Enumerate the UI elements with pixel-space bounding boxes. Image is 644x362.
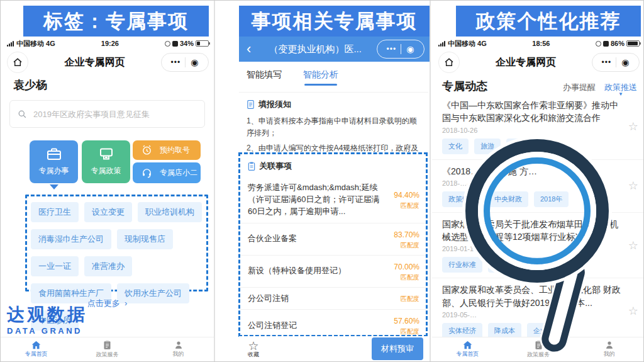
related-name[interactable]: 劳务派遣许可&mdash;&mdash;延续（许可证届满60日之前；许可证届满6… bbox=[248, 182, 387, 218]
action-exclusive-service[interactable]: 专属办事 bbox=[30, 140, 78, 183]
more-icon[interactable]: ••• bbox=[167, 58, 186, 67]
news-tag[interactable]: 文化 bbox=[442, 139, 469, 154]
related-name[interactable]: 合伙企业备案 bbox=[248, 233, 387, 245]
tag-item[interactable]: 一业一证 bbox=[31, 256, 79, 276]
news-title[interactable]: 国家烟草专卖局关于批准发布烟草田间作业机械选型测试规程等12项烟草行业标准的..… bbox=[442, 218, 623, 244]
news-item[interactable]: 国家发展和改革委员会、工业和信息化部 财政部、人民银行关于做好2019年降成本.… bbox=[432, 278, 644, 337]
news-tag[interactable]: 行业标准 bbox=[442, 257, 482, 273]
star-icon[interactable]: ☆ bbox=[628, 239, 638, 252]
tab-policy-service[interactable]: 政策服务 bbox=[72, 337, 143, 361]
tag-item[interactable]: 医疗卫生 bbox=[31, 202, 79, 222]
action-exclusive-assistant[interactable]: 专属店小二 bbox=[133, 162, 201, 183]
related-name[interactable]: 分公司注销 bbox=[248, 293, 387, 305]
page-title: 企业专属网页 bbox=[460, 56, 592, 69]
close-target-icon[interactable]: ◉ bbox=[616, 57, 634, 67]
related-row[interactable]: 合伙企业备案 83.70%匹配度 bbox=[240, 223, 426, 255]
related-name[interactable]: 新设（特种设备使用登记） bbox=[248, 265, 387, 277]
tab-home[interactable]: 专属首页 bbox=[1, 337, 72, 361]
home-icon bbox=[444, 57, 454, 67]
action-appointment-number[interactable]: 预约取号 bbox=[133, 140, 201, 160]
link-label[interactable]: 政策推送 bbox=[604, 82, 637, 92]
related-row[interactable]: 分公司注销 匹配度 bbox=[240, 287, 426, 310]
more-icon[interactable]: ••• bbox=[382, 45, 401, 54]
tab-policy-service[interactable]: 政策服务 bbox=[503, 337, 574, 361]
tag-item[interactable]: 准营准办 bbox=[84, 256, 132, 276]
material-precheck-button[interactable]: 材料预审 bbox=[372, 337, 423, 360]
news-date: 2019-05-… bbox=[442, 311, 623, 319]
match-percent: 83.70% bbox=[394, 230, 419, 239]
close-target-icon[interactable]: ◉ bbox=[186, 57, 203, 67]
action-label: 预约取号 bbox=[160, 145, 190, 156]
match-label: 匹配度 bbox=[387, 327, 419, 336]
tag-item[interactable]: 职业培训机构 bbox=[138, 202, 202, 222]
status-bar: 中国移动 4G 18:56 86% bbox=[438, 38, 640, 48]
home-button[interactable] bbox=[438, 52, 460, 73]
link-policy-push[interactable]: 政策推送 ▼ bbox=[604, 82, 637, 93]
more-label[interactable]: 点击更多 bbox=[87, 298, 120, 308]
exclusive-tags-box: 医疗卫生 设立变更 职业培训机构 消毒湿巾生产公司 现制现售店 一业一证 准营准… bbox=[25, 195, 208, 291]
related-items-box: 关联事项 劳务派遣许可&mdash;&mdash;延续（许可证届满60日之前；许… bbox=[238, 152, 428, 337]
app-header: 企业专属网页 ••• ◉ bbox=[7, 51, 209, 74]
tag-item[interactable]: 现制现售店 bbox=[117, 229, 173, 249]
close-target-icon[interactable]: ◉ bbox=[401, 44, 419, 54]
clock-label: 18:56 bbox=[487, 40, 596, 47]
home-button[interactable] bbox=[7, 52, 28, 73]
related-row[interactable]: 公司注销登记 57.60%匹配度 bbox=[240, 309, 426, 337]
related-row[interactable]: 劳务派遣许可&mdash;&mdash;延续（许可证届满60日之前；许可证届满6… bbox=[240, 177, 426, 223]
news-tag[interactable]: 实体经济 bbox=[442, 323, 482, 337]
star-icon[interactable]: ☆ bbox=[628, 304, 638, 318]
panel3-banner: 政策个性化推荐 bbox=[456, 6, 641, 37]
star-icon[interactable]: ☆ bbox=[248, 340, 258, 352]
tab-home[interactable]: 专属首页 bbox=[432, 337, 503, 361]
tab-mine[interactable]: 我的 bbox=[574, 337, 644, 361]
favorite-button[interactable]: ☆ 收藏 bbox=[248, 340, 259, 358]
news-tag[interactable]: 交流合作 bbox=[506, 139, 547, 154]
tab-smart-fill[interactable]: 智能填写 bbox=[247, 69, 282, 86]
pointer-triangle bbox=[50, 184, 58, 189]
ticket-printer-icon bbox=[99, 148, 114, 161]
headset-icon bbox=[142, 167, 152, 178]
action-label: 专属店小二 bbox=[160, 167, 197, 178]
news-tag[interactable]: 2018年 bbox=[534, 191, 569, 207]
more-icon[interactable]: ••• bbox=[597, 58, 616, 67]
tab-mine[interactable]: 我的 bbox=[143, 337, 214, 361]
news-title[interactable]: 《中国—中东欧国家合作索非亚纲要》推动中国与中东欧国家深化文化和旅游交流合作 bbox=[442, 99, 623, 125]
action-exclusive-policy[interactable]: 专属政策 bbox=[82, 140, 130, 183]
news-item[interactable]: 《2018…解读 …施 方… 2018-…-23 政策解读 中央财政 2018年… bbox=[432, 160, 644, 213]
miniprogram-menu[interactable]: ••• ◉ bbox=[377, 40, 425, 59]
battery-percent: 86% bbox=[611, 40, 625, 47]
match-label: 匹配度 bbox=[387, 273, 419, 282]
news-title[interactable]: 《2018…解读 …施 方… bbox=[442, 165, 623, 178]
bottom-tabbar: 专属首页 政策服务 我的 bbox=[1, 337, 214, 361]
related-row[interactable]: 新设（特种设备使用登记） 70.00%匹配度 bbox=[240, 255, 426, 287]
miniprogram-menu[interactable]: ••• ◉ bbox=[592, 53, 640, 72]
news-tag[interactable]: 旅游 bbox=[474, 139, 501, 154]
search-box[interactable] bbox=[9, 100, 205, 128]
panel1-banner: 标签：专属事项 bbox=[23, 6, 209, 37]
news-tag[interactable]: 田间作业 bbox=[520, 257, 560, 273]
battery-icon bbox=[626, 40, 640, 47]
news-tag[interactable]: 中央财政 bbox=[488, 191, 528, 207]
carrier-label: 中国移动 bbox=[16, 39, 44, 48]
signal-icon bbox=[7, 41, 14, 47]
person-icon bbox=[174, 341, 183, 349]
news-tag[interactable]: 政策解读 bbox=[442, 191, 482, 207]
news-tag[interactable]: 内网 bbox=[488, 257, 514, 273]
news-item[interactable]: 《中国—中东欧国家合作索非亚纲要》推动中国与中东欧国家深化文化和旅游交流合作 2… bbox=[432, 94, 644, 160]
news-tag[interactable]: 企业成本 bbox=[527, 323, 567, 337]
search-input[interactable] bbox=[32, 109, 197, 120]
star-icon[interactable]: ☆ bbox=[628, 179, 638, 193]
tab-smart-analysis[interactable]: 智能分析 bbox=[303, 69, 338, 86]
star-icon[interactable]: ☆ bbox=[628, 120, 638, 133]
related-name[interactable]: 公司注销登记 bbox=[248, 320, 387, 332]
back-icon[interactable]: ‹ bbox=[247, 42, 251, 56]
news-tag[interactable]: 降成本 bbox=[488, 323, 521, 337]
tag-item[interactable]: 设立变更 bbox=[84, 202, 132, 222]
tag-item[interactable]: 消毒湿巾生产公司 bbox=[31, 229, 111, 249]
home-tab-icon bbox=[463, 341, 472, 349]
news-item[interactable]: 国家烟草专卖局关于批准发布烟草田间作业机械选型测试规程等12项烟草行业标准的..… bbox=[432, 213, 644, 279]
tab-label: 我的 bbox=[173, 350, 184, 358]
miniprogram-menu[interactable]: ••• ◉ bbox=[161, 53, 209, 72]
news-title[interactable]: 国家发展和改革委员会、工业和信息化部 财政部、人民银行关于做好2019年降成本.… bbox=[442, 283, 623, 309]
link-service-reminder[interactable]: 办事提醒 bbox=[563, 82, 596, 93]
